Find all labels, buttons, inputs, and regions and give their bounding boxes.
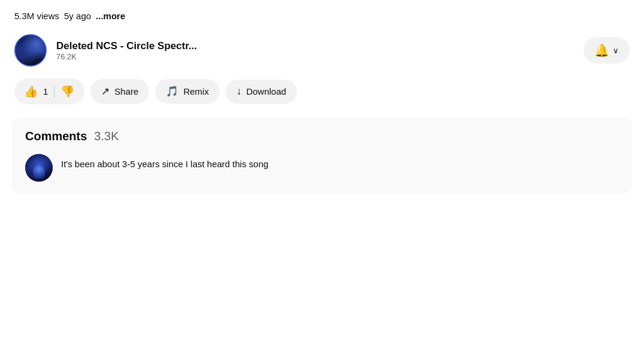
commenter-avatar[interactable] (25, 154, 53, 182)
channel-info: Deleted NCS - Circle Spectr... 76.2K 🔔 ∨ (56, 37, 630, 64)
channel-row: Deleted NCS - Circle Spectr... 76.2K 🔔 ∨ (0, 27, 644, 74)
channel-name[interactable]: Deleted NCS - Circle Spectr... (56, 40, 197, 52)
thumbs-down-icon: 👎 (60, 85, 75, 98)
time-ago-text: 5y ago (64, 11, 91, 21)
channel-avatar[interactable] (14, 34, 47, 67)
comment-text: It's been about 3-5 years since I last h… (61, 154, 268, 171)
dislike-button[interactable]: 👎 (60, 85, 75, 98)
bell-icon: 🔔 (594, 43, 609, 58)
share-icon: ↗ (101, 85, 110, 98)
subscribe-button[interactable]: 🔔 ∨ (584, 37, 630, 64)
like-dislike-divider (54, 86, 54, 98)
comments-title: Comments (25, 129, 87, 143)
chevron-down-icon: ∨ (613, 46, 619, 55)
thumbs-up-icon: 👍 (24, 85, 38, 98)
download-icon: ↓ (236, 86, 242, 98)
comments-count: 3.3K (94, 129, 119, 143)
avatar-image (16, 35, 45, 65)
like-dislike-group[interactable]: 👍 1 👎 (14, 79, 84, 104)
like-button[interactable]: 👍 1 (24, 85, 48, 98)
share-button[interactable]: ↗ Share (90, 79, 149, 104)
like-count: 1 (43, 86, 48, 96)
remix-label: Remix (183, 86, 209, 96)
commenter-avatar-image (25, 154, 53, 182)
comment-row: It's been about 3-5 years since I last h… (25, 154, 619, 182)
remix-button[interactable]: 🎵 Remix (155, 79, 220, 104)
remix-icon: 🎵 (166, 85, 178, 98)
subscriber-count: 76.2K (56, 52, 197, 61)
more-button[interactable]: ...more (96, 11, 125, 21)
comments-header: Comments 3.3K (25, 129, 619, 143)
channel-name-group: Deleted NCS - Circle Spectr... 76.2K (56, 40, 197, 61)
action-row: 👍 1 👎 ↗ Share 🎵 Remix ↓ Download (0, 74, 644, 113)
avatar-figure (33, 165, 45, 179)
download-button[interactable]: ↓ Download (226, 80, 297, 104)
download-label: Download (246, 86, 286, 96)
comments-section: Comments 3.3K It's been about 3-5 years … (12, 117, 632, 194)
share-label: Share (114, 86, 138, 96)
top-bar: 5.3M views 5y ago ...more (0, 0, 644, 27)
views-text: 5.3M views (14, 11, 59, 21)
